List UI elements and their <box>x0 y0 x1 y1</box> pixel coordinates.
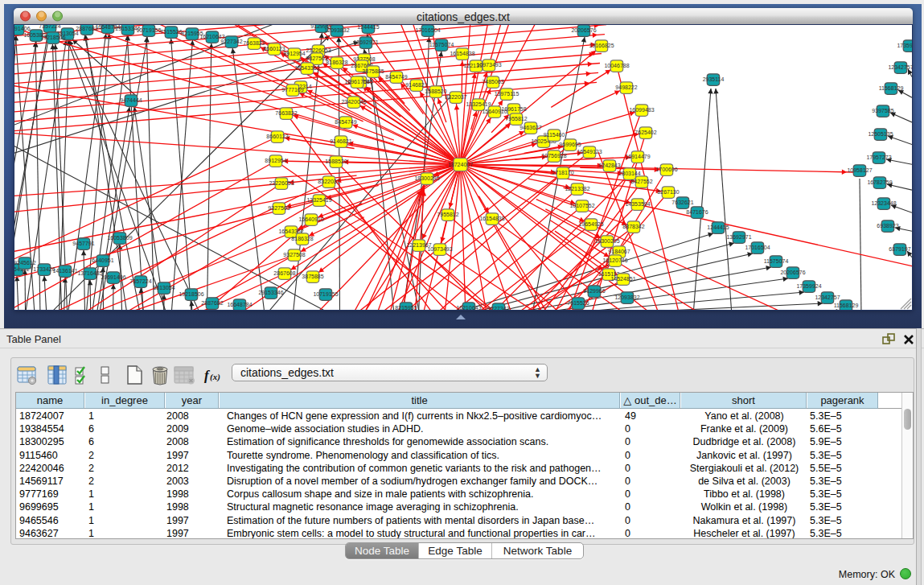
svg-text:2935114: 2935114 <box>703 76 725 82</box>
svg-text:16782759: 16782759 <box>867 179 892 185</box>
svg-text:10719155: 10719155 <box>313 291 338 297</box>
svg-text:18724007: 18724007 <box>448 162 473 167</box>
svg-text:1588520: 1588520 <box>325 159 347 164</box>
svg-text:15640910: 15640910 <box>298 216 323 222</box>
svg-text:9227342: 9227342 <box>220 39 242 44</box>
svg-text:12505135: 12505135 <box>868 131 893 137</box>
svg-text:8660123: 8660123 <box>263 46 285 51</box>
svg-text:20206576: 20206576 <box>571 27 596 33</box>
svg-text:1588520: 1588520 <box>425 89 446 94</box>
svg-text:16648784: 16648784 <box>227 302 252 307</box>
svg-text:7663822: 7663822 <box>275 110 297 116</box>
svg-text:10973493: 10973493 <box>427 246 452 252</box>
svg-text:10719155: 10719155 <box>136 27 161 33</box>
svg-text:13716485: 13716485 <box>77 270 102 276</box>
svg-text:8186328: 8186328 <box>291 236 313 241</box>
svg-text:13325419: 13325419 <box>466 101 491 107</box>
svg-text:7515526: 7515526 <box>567 300 589 306</box>
svg-text:8454749: 8454749 <box>385 74 407 80</box>
svg-text:9245612: 9245612 <box>14 260 36 266</box>
svg-text:7485063: 7485063 <box>482 79 503 84</box>
svg-text:10973493: 10973493 <box>476 62 501 68</box>
svg-text:10958127: 10958127 <box>847 167 872 173</box>
svg-text:13692971: 13692971 <box>353 39 378 45</box>
svg-text:8912954: 8912954 <box>265 158 286 163</box>
svg-text:9327508: 9327508 <box>283 252 305 257</box>
svg-text:18300295: 18300295 <box>594 238 619 244</box>
svg-text:13325419: 13325419 <box>306 197 331 203</box>
svg-text:14353594: 14353594 <box>625 201 650 207</box>
svg-text:7632621: 7632621 <box>671 200 693 205</box>
svg-text:1244415: 1244415 <box>357 25 379 30</box>
svg-text:13975115: 13975115 <box>495 91 519 97</box>
svg-text:16099483: 16099483 <box>629 107 654 113</box>
svg-text:8454749: 8454749 <box>335 119 356 125</box>
svg-text:8912954: 8912954 <box>283 51 305 56</box>
svg-text:3875885: 3875885 <box>362 68 384 74</box>
svg-text:9129966: 9129966 <box>583 288 605 294</box>
svg-text:20691406: 20691406 <box>101 274 125 280</box>
svg-text:2718170: 2718170 <box>552 170 573 175</box>
svg-text:9777169: 9777169 <box>281 87 303 93</box>
svg-text:6879197: 6879197 <box>889 246 910 252</box>
svg-text:14136141: 14136141 <box>52 268 77 274</box>
svg-text:17957273: 17957273 <box>866 154 891 160</box>
svg-text:17016504: 17016504 <box>745 245 770 250</box>
svg-text:8878342: 8878342 <box>622 224 644 229</box>
svg-text:16210643: 16210643 <box>456 305 481 310</box>
svg-text:9327503: 9327503 <box>268 205 290 211</box>
svg-text:2867608: 2867608 <box>273 270 295 276</box>
svg-text:19218506: 19218506 <box>179 291 203 297</box>
svg-text:16154838: 16154838 <box>450 51 474 56</box>
svg-text:7663822: 7663822 <box>243 40 265 46</box>
svg-text:23226053: 23226053 <box>269 180 294 186</box>
svg-text:11575074: 11575074 <box>429 42 454 47</box>
svg-text:9146821: 9146821 <box>405 82 427 88</box>
svg-text:16961758: 16961758 <box>344 79 369 84</box>
svg-text:8427552: 8427552 <box>630 179 652 184</box>
svg-text:16120746: 16120746 <box>602 257 627 263</box>
svg-text:3875885: 3875885 <box>302 274 323 279</box>
svg-text:1700696: 1700696 <box>655 167 677 172</box>
svg-text:8471676: 8471676 <box>686 209 708 215</box>
svg-text:7357224: 7357224 <box>39 25 60 29</box>
svg-text:7515526: 7515526 <box>160 29 182 35</box>
svg-text:16154838: 16154838 <box>479 216 504 221</box>
svg-text:9327503: 9327503 <box>306 56 327 61</box>
svg-text:10107552: 10107552 <box>569 203 594 208</box>
svg-text:9457791: 9457791 <box>72 241 94 246</box>
svg-text:9227342: 9227342 <box>487 306 509 310</box>
svg-text:9699695: 9699695 <box>559 142 581 147</box>
svg-text:16053809: 16053809 <box>107 235 132 241</box>
svg-text:12093832: 12093832 <box>614 295 639 300</box>
svg-text:16549123: 16549123 <box>577 149 602 154</box>
svg-text:19654925: 19654925 <box>578 221 603 227</box>
svg-text:9474444: 9474444 <box>120 97 142 103</box>
svg-text:12213382: 12213382 <box>565 186 589 192</box>
svg-text:20206576: 20206576 <box>780 270 805 275</box>
svg-text:7955812: 7955812 <box>505 116 527 122</box>
svg-text:14524851: 14524851 <box>610 276 635 282</box>
svg-text:17359924: 17359924 <box>897 43 912 48</box>
svg-text:8813054: 8813054 <box>153 285 175 290</box>
svg-text:8267130: 8267130 <box>657 189 679 195</box>
svg-text:16543362: 16543362 <box>294 65 319 71</box>
svg-text:11568129: 11568129 <box>834 303 859 308</box>
svg-text:8322037: 8322037 <box>445 94 466 100</box>
svg-text:8186328: 8186328 <box>326 60 347 65</box>
svg-text:8215955: 8215955 <box>395 305 417 310</box>
svg-text:12093832: 12093832 <box>324 27 349 33</box>
svg-text:19218506: 19218506 <box>40 35 65 40</box>
svg-text:12323448: 12323448 <box>871 200 896 206</box>
svg-text:13692971: 13692971 <box>726 234 751 240</box>
svg-text:19166825: 19166825 <box>589 43 614 48</box>
svg-text:23420046: 23420046 <box>341 99 366 105</box>
svg-text:12342757: 12342757 <box>815 295 840 300</box>
svg-text:2887682: 2887682 <box>201 300 223 306</box>
svg-text:16914479: 16914479 <box>625 154 650 159</box>
svg-text:9397585: 9397585 <box>872 108 893 113</box>
svg-text:20691406: 20691406 <box>14 26 31 31</box>
svg-text:8660123: 8660123 <box>266 134 288 139</box>
svg-text:7955812: 7955812 <box>437 212 458 217</box>
svg-text:9184067: 9184067 <box>608 249 630 254</box>
